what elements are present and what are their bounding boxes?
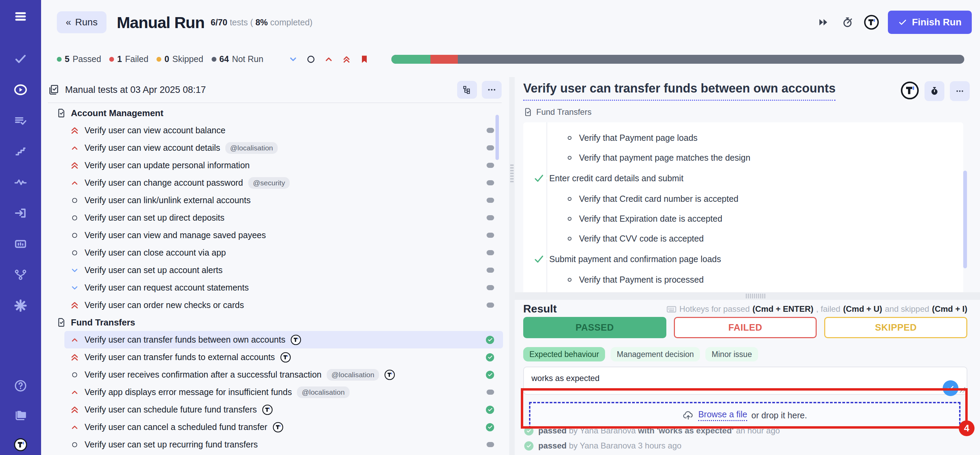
test-detail-panel: Verify user can transfer funds between o… bbox=[515, 77, 980, 455]
test-row[interactable]: Verify user can transfer funds to extern… bbox=[64, 348, 503, 366]
step-row[interactable]: Enter credit card details and submit bbox=[523, 168, 963, 189]
browse-file-link[interactable]: Browse a file bbox=[698, 409, 747, 421]
chevron-up-filter-icon[interactable] bbox=[324, 54, 334, 64]
test-row[interactable]: Verify user can set up account alerts bbox=[64, 262, 503, 279]
projects-folder-icon[interactable] bbox=[13, 408, 28, 423]
run-progress-subtitle: 6/70 tests ( 8% completed) bbox=[211, 18, 312, 27]
timer-button[interactable] bbox=[924, 81, 944, 101]
import-icon[interactable] bbox=[13, 206, 28, 221]
test-row[interactable]: Verify user can update personal informat… bbox=[64, 156, 503, 174]
test-title: Verify user can cancel a scheduled fund … bbox=[84, 422, 267, 432]
test-row[interactable]: Verify user can view and manage saved pa… bbox=[64, 227, 503, 244]
priority-icon bbox=[70, 440, 80, 450]
double-chevron-up-filter-icon[interactable] bbox=[341, 54, 352, 64]
steps-icon[interactable] bbox=[13, 144, 28, 159]
test-row[interactable]: Verify user can request account statemen… bbox=[64, 279, 503, 296]
step-row[interactable]: Verify that Credit card number is accept… bbox=[523, 189, 963, 209]
testomat-header-logo[interactable] bbox=[864, 15, 879, 30]
test-row[interactable]: Verify user can link/unlink external acc… bbox=[64, 192, 503, 209]
app-root: « Runs Manual Run 6/70 tests ( 8% comple… bbox=[0, 0, 980, 455]
check-icon bbox=[488, 407, 493, 412]
test-row[interactable]: Verify app displays error message for in… bbox=[64, 383, 503, 401]
priority-icon bbox=[70, 423, 80, 432]
testomat-logo[interactable] bbox=[13, 437, 28, 452]
chevron-down-filter-icon[interactable] bbox=[288, 54, 298, 64]
resize-strip[interactable] bbox=[515, 292, 980, 300]
step-row[interactable]: Verify that Payment page loads bbox=[523, 128, 963, 148]
step-row[interactable]: Verify that Expiration date is accepted bbox=[523, 209, 963, 228]
fast-forward-icon[interactable] bbox=[816, 15, 831, 30]
history-row: passed by Yana Baranova with 'works as e… bbox=[524, 426, 780, 436]
test-row[interactable]: Verify user can view account details @lo… bbox=[64, 139, 503, 156]
back-to-runs-button[interactable]: « Runs bbox=[57, 11, 107, 33]
more-options-button[interactable] bbox=[482, 81, 502, 99]
test-title: Verify user receives confirmation after … bbox=[84, 370, 321, 380]
test-row[interactable]: Verify user can schedule future fund tra… bbox=[64, 401, 503, 418]
test-row[interactable]: Verify user can set up direct deposits bbox=[64, 209, 503, 227]
branches-icon[interactable] bbox=[13, 267, 28, 282]
stopwatch-icon[interactable] bbox=[840, 15, 855, 30]
comment-box[interactable]: works as expected bbox=[523, 367, 967, 395]
tree-view-button[interactable] bbox=[457, 81, 477, 99]
pulse-icon[interactable] bbox=[13, 175, 28, 190]
detail-test-title[interactable]: Verify user can transfer funds between o… bbox=[523, 81, 835, 101]
tests-count: 6/70 bbox=[211, 18, 228, 27]
suite-section-row[interactable]: Account Management bbox=[48, 104, 509, 121]
test-row[interactable]: Verify user receives confirmation after … bbox=[64, 366, 503, 383]
step-row[interactable]: Verify that payment page matches the des… bbox=[523, 148, 963, 168]
resize-corner-icon[interactable] bbox=[960, 387, 965, 393]
status-count-number: 5 bbox=[65, 54, 70, 64]
bookmark-filter-icon[interactable] bbox=[359, 54, 369, 64]
test-title: Verify app displays error message for in… bbox=[84, 387, 292, 397]
comment-chip[interactable]: Management decision bbox=[611, 347, 700, 361]
step-row[interactable]: Verify that Payment is processed bbox=[523, 270, 963, 289]
test-row[interactable]: Verify user can order new checks or card… bbox=[64, 296, 503, 314]
priority-normal-icon bbox=[71, 249, 78, 256]
automated-test-icon bbox=[290, 334, 301, 345]
circle-filter-icon[interactable] bbox=[306, 54, 316, 64]
finish-run-button[interactable]: Finish Run bbox=[888, 11, 972, 34]
steps-scrollbar[interactable] bbox=[963, 171, 967, 268]
test-row[interactable]: Verify user can cancel a scheduled fund … bbox=[64, 418, 503, 436]
comment-chip[interactable]: Expected behaviour bbox=[523, 347, 605, 361]
comment-chip[interactable]: Minor issue bbox=[705, 347, 758, 361]
document-icon bbox=[523, 107, 533, 117]
settings-gear-icon[interactable] bbox=[13, 298, 28, 313]
skipped-button[interactable]: SKIPPED bbox=[824, 317, 967, 338]
failed-button[interactable]: FAILED bbox=[674, 317, 817, 338]
cloud-upload-icon bbox=[682, 409, 694, 421]
test-plans-icon[interactable] bbox=[13, 113, 28, 128]
help-icon[interactable] bbox=[13, 378, 28, 393]
file-dropzone[interactable]: Browse a file or drop it here. bbox=[529, 402, 961, 429]
runs-play-icon[interactable] bbox=[13, 82, 28, 97]
step-passed-check-icon bbox=[534, 254, 544, 264]
verdict-buttons: PASSED FAILED SKIPPED bbox=[523, 317, 967, 338]
test-row[interactable]: Verify user can close account via app bbox=[64, 244, 503, 262]
reports-icon[interactable] bbox=[13, 236, 28, 251]
test-row[interactable]: Verify user can view account balance bbox=[64, 121, 503, 139]
detail-more-button[interactable] bbox=[950, 81, 970, 101]
suite-section-row[interactable]: Fund Transfers bbox=[48, 314, 509, 331]
panel-divider-handle[interactable] bbox=[510, 164, 514, 184]
menu-icon[interactable] bbox=[13, 9, 28, 24]
test-list-title: Manual tests at 03 Apr 2025 08:17 bbox=[65, 85, 206, 95]
step-row[interactable]: Verify that CVV code is accepted bbox=[523, 228, 963, 248]
priority-highest-icon bbox=[70, 406, 79, 414]
result-history: passed by Yana Baranova with 'works as e… bbox=[524, 426, 780, 450]
test-row[interactable]: Verify user can transfer funds between o… bbox=[64, 331, 503, 348]
automated-test-icon[interactable] bbox=[900, 81, 919, 101]
detail-suite-breadcrumb[interactable]: Fund Transfers bbox=[523, 107, 980, 117]
test-row[interactable]: Verify user can set up recurring fund tr… bbox=[64, 436, 503, 453]
test-row[interactable]: Verify user can change account password … bbox=[64, 174, 503, 192]
priority-normal-icon bbox=[71, 441, 78, 448]
tests-check-icon[interactable] bbox=[13, 51, 28, 67]
panel-divider[interactable] bbox=[509, 77, 515, 455]
step-row[interactable]: Submit payment and confirmation page loa… bbox=[523, 248, 963, 270]
automated-test-icon bbox=[384, 369, 395, 380]
passed-button[interactable]: PASSED bbox=[523, 317, 667, 338]
test-list-scrollbar[interactable] bbox=[495, 115, 499, 160]
resize-handle[interactable] bbox=[746, 294, 766, 299]
submit-comment-button[interactable] bbox=[943, 380, 958, 396]
percent-completed: 8% bbox=[255, 18, 268, 27]
priority-low-icon bbox=[70, 284, 79, 292]
